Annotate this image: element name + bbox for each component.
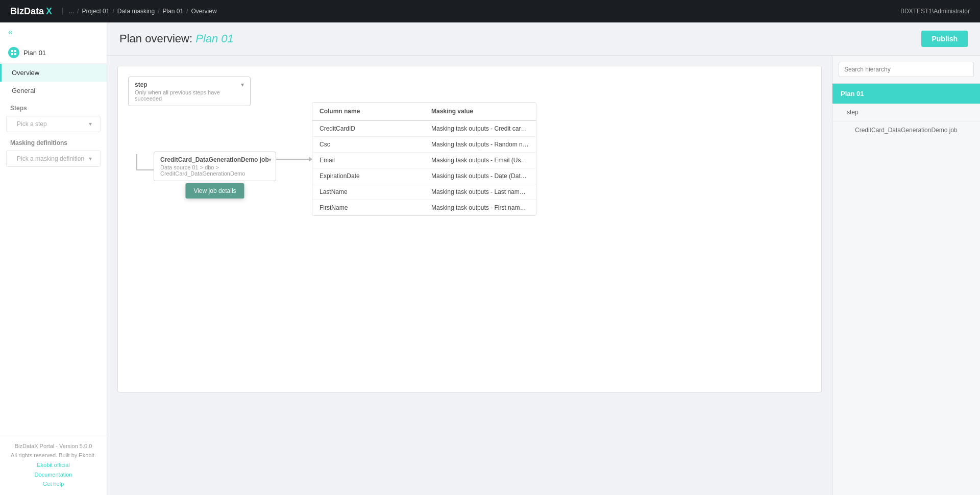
masking-chevron-icon: ▾: [89, 155, 92, 162]
search-hierarchy-container: [832, 56, 980, 84]
step-title: step: [135, 81, 148, 88]
table-row[interactable]: FirstName Masking task outputs - First n…: [312, 200, 536, 215]
search-hierarchy-input[interactable]: [839, 62, 974, 77]
step-chevron-icon[interactable]: ▾: [241, 81, 244, 88]
sidebar-item-overview[interactable]: Overview: [0, 64, 107, 82]
topnav-left: BizDataX ... / Project 01 / Data masking…: [10, 6, 217, 17]
logo-x: X: [46, 6, 52, 17]
sidebar: « Plan 01 Overview General Steps Pick a …: [0, 22, 107, 495]
sidebar-collapse-button[interactable]: «: [0, 22, 107, 42]
col-header-masking-value: Masking value: [424, 103, 536, 120]
canvas-background: step ▾ Only when all previous steps have…: [117, 66, 822, 392]
table-cell-masking-value: Masking task outputs - Last name (User i…: [424, 184, 536, 200]
svg-rect-1: [14, 50, 16, 52]
table-cell-masking-value: Masking task outputs - Date (Date in ran…: [424, 168, 536, 184]
table-cell-column-name: CreditCardID: [312, 121, 424, 136]
sidebar-nav: Overview General Steps Pick a step ▾ Mas…: [0, 64, 107, 435]
user-info: BDXTEST1\Administrator: [900, 8, 970, 15]
masking-table: Column name Masking value CreditCardID M…: [312, 102, 536, 216]
table-cell-column-name: FirstName: [312, 200, 424, 215]
masking-table-header: Column name Masking value: [312, 103, 536, 121]
table-cell-column-name: ExpirationDate: [312, 168, 424, 184]
job-wrapper: CreditCard_DataGenerationDemo job Data s…: [154, 152, 276, 181]
table-row[interactable]: Csc Masking task outputs - Random number…: [312, 137, 536, 153]
table-cell-masking-value: Masking task outputs - Random number i..…: [424, 137, 536, 152]
plan-icon: [8, 47, 19, 58]
steps-placeholder: Pick a step: [17, 120, 47, 128]
masking-placeholder: Pick a masking definition: [17, 155, 84, 162]
main-layout: « Plan 01 Overview General Steps Pick a …: [0, 22, 980, 495]
breadcrumb-overview: Overview: [191, 8, 217, 15]
col-header-column-name: Column name: [312, 103, 424, 120]
logo-text: BizData: [10, 6, 44, 17]
hierarchy-plan-item[interactable]: Plan 01: [832, 84, 980, 104]
page-title-plan: Plan 01: [195, 32, 234, 45]
job-block[interactable]: CreditCard_DataGenerationDemo job Data s…: [154, 152, 276, 181]
masking-table-body: CreditCardID Masking task outputs - Cred…: [312, 121, 536, 215]
canvas-layout: step ▾ Only when all previous steps have…: [107, 56, 980, 495]
bracket-connector: [128, 154, 149, 179]
hierarchy-panel: Plan 01 step CreditCard_DataGenerationDe…: [832, 56, 980, 495]
table-row[interactable]: CreditCardID Masking task outputs - Cred…: [312, 121, 536, 137]
sidebar-item-general[interactable]: General: [0, 82, 107, 100]
step-block[interactable]: step ▾ Only when all previous steps have…: [128, 77, 251, 106]
breadcrumb-dots[interactable]: ...: [69, 8, 74, 15]
flow-row: CreditCard_DataGenerationDemo job Data s…: [128, 116, 811, 216]
job-title: CreditCard_DataGenerationDemo job: [160, 156, 270, 163]
sidebar-section-steps: Steps: [0, 100, 107, 114]
footer-line2: All rights reserved. Built by Ekobit.: [8, 451, 99, 460]
table-cell-column-name: Email: [312, 153, 424, 168]
job-chevron-icon[interactable]: ▾: [268, 156, 272, 163]
table-cell-column-name: LastName: [312, 184, 424, 200]
sidebar-footer: BizDataX Portal - Version 5.0.0 All righ…: [0, 435, 107, 495]
footer-help-link[interactable]: Get help: [8, 479, 99, 489]
sidebar-plan-item[interactable]: Plan 01: [0, 42, 107, 64]
table-row[interactable]: Email Masking task outputs - Email (User…: [312, 153, 536, 168]
breadcrumb: ... / Project 01 / Data masking / Plan 0…: [62, 8, 217, 15]
footer-line1: BizDataX Portal - Version 5.0.0: [8, 441, 99, 451]
svg-rect-3: [14, 53, 16, 55]
hierarchy-step-item[interactable]: step: [832, 104, 980, 121]
step-subtitle: Only when all previous steps have succee…: [135, 89, 244, 102]
svg-rect-2: [11, 53, 13, 55]
breadcrumb-masking[interactable]: Data masking: [117, 8, 155, 15]
sidebar-masking-dropdown[interactable]: Pick a masking definition ▾: [6, 151, 101, 167]
hierarchy-job-item[interactable]: CreditCard_DataGenerationDemo job: [832, 121, 980, 139]
sidebar-section-masking: Masking definitions: [0, 134, 107, 148]
svg-rect-0: [11, 50, 13, 52]
table-cell-column-name: Csc: [312, 137, 424, 152]
publish-button[interactable]: Publish: [921, 31, 968, 47]
breadcrumb-plan[interactable]: Plan 01: [162, 8, 183, 15]
job-subtitle: Data source 01 > dbo > CreditCard_DataGe…: [160, 164, 270, 177]
view-job-details-popup[interactable]: View job details: [185, 183, 244, 199]
canvas-area: step ▾ Only when all previous steps have…: [107, 56, 832, 495]
topnav: BizDataX ... / Project 01 / Data masking…: [0, 0, 980, 22]
table-cell-masking-value: Masking task outputs - First name (User …: [424, 200, 536, 215]
table-row[interactable]: ExpirationDate Masking task outputs - Da…: [312, 168, 536, 184]
breadcrumb-project[interactable]: Project 01: [82, 8, 109, 15]
page-title: Plan overview: Plan 01: [119, 32, 234, 45]
table-cell-masking-value: Masking task outputs - Credit card numbe…: [424, 121, 536, 136]
table-row[interactable]: LastName Masking task outputs - Last nam…: [312, 184, 536, 200]
page-header: Plan overview: Plan 01 Publish: [107, 22, 980, 56]
footer-ekobit-link[interactable]: Ekobit official: [8, 460, 99, 470]
job-to-table-connector: [276, 159, 312, 160]
logo: BizDataX: [10, 6, 52, 17]
footer-docs-link[interactable]: Documentation: [8, 470, 99, 480]
sidebar-plan-label: Plan 01: [23, 49, 46, 57]
step-block-header: step ▾: [135, 81, 244, 88]
content-area: Plan overview: Plan 01 Publish step ▾ On…: [107, 22, 980, 495]
steps-chevron-icon: ▾: [89, 120, 92, 128]
sidebar-steps-dropdown[interactable]: Pick a step ▾: [6, 116, 101, 132]
page-title-prefix: Plan overview:: [119, 32, 192, 45]
table-cell-masking-value: Masking task outputs - Email (User infor…: [424, 153, 536, 168]
